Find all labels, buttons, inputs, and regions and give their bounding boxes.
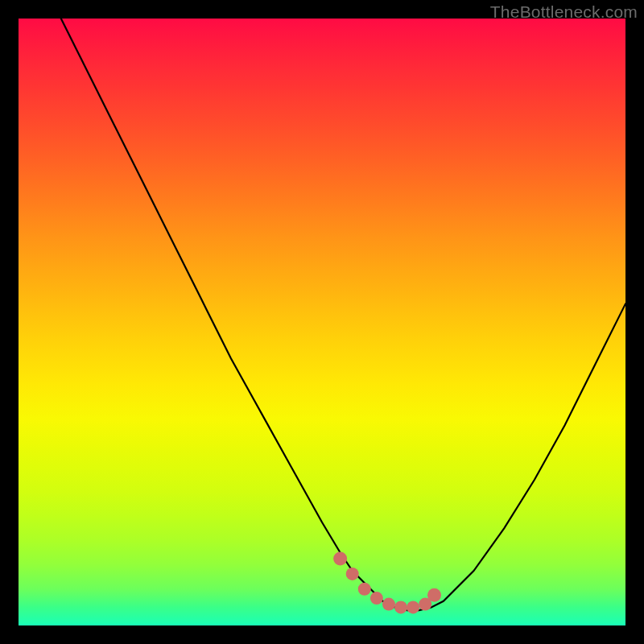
marker-group <box>333 552 441 614</box>
curve-marker <box>346 568 359 580</box>
curve-marker <box>370 592 383 605</box>
curve-marker <box>427 588 441 602</box>
watermark-text: TheBottleneck.com <box>490 2 638 22</box>
bottleneck-curve <box>61 19 625 610</box>
curve-marker <box>394 601 407 613</box>
curve-marker <box>407 601 419 613</box>
chart-container: TheBottleneck.com <box>0 0 644 644</box>
curve-marker <box>333 552 347 566</box>
curve-marker <box>358 583 371 596</box>
curve-marker <box>382 598 395 611</box>
chart-svg <box>19 19 625 625</box>
